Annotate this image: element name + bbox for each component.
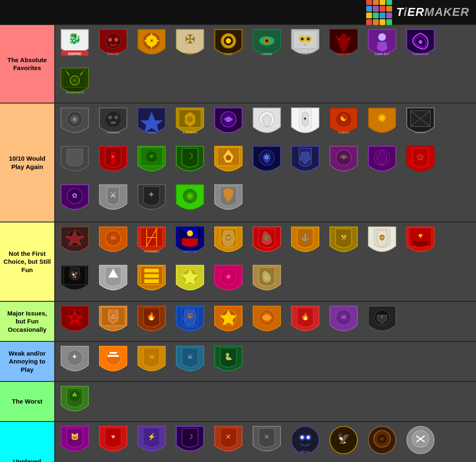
svg-text:🦁: 🦁	[225, 235, 232, 241]
svg-text:✕: ✕	[264, 433, 270, 440]
list-item[interactable]: ♥	[94, 423, 132, 460]
list-item[interactable]	[94, 343, 132, 380]
list-item[interactable]: ⚡	[133, 423, 170, 460]
svg-point-37	[73, 117, 76, 121]
list-item[interactable]: 🦅	[325, 423, 362, 460]
list-item[interactable]: ✦	[133, 181, 170, 219]
list-item[interactable]: DWARF	[402, 104, 439, 142]
list-item[interactable]: 🔥	[133, 303, 170, 340]
svg-text:UNDEAD: UNDEAD	[107, 131, 120, 134]
list-item[interactable]: NORSCA	[171, 223, 209, 261]
list-item[interactable]: 🐻	[171, 303, 209, 340]
list-item[interactable]: ♥	[402, 223, 439, 261]
logo-cell	[366, 13, 372, 18]
list-item[interactable]	[402, 423, 439, 460]
list-item[interactable]	[210, 303, 247, 340]
list-item[interactable]	[210, 262, 247, 299]
list-item[interactable]: ✕	[248, 423, 286, 460]
svg-rect-95	[144, 274, 159, 278]
list-item[interactable]: 🦇	[325, 143, 362, 180]
list-item[interactable]: ✿	[56, 181, 94, 219]
list-item[interactable]	[56, 223, 94, 261]
list-item[interactable]: EASTERN	[171, 104, 209, 142]
list-item[interactable]: 🔥	[286, 303, 324, 340]
list-item[interactable]: 🐍	[248, 262, 286, 299]
list-item[interactable]	[171, 262, 209, 299]
list-item[interactable]	[210, 104, 247, 142]
svg-point-4	[108, 38, 112, 42]
list-item[interactable]: 🐱	[56, 423, 94, 460]
list-item[interactable]: △	[94, 303, 132, 340]
list-item[interactable]: 🐍	[210, 343, 247, 380]
list-item[interactable]	[56, 143, 94, 180]
logo-cell	[386, 13, 392, 18]
svg-point-14	[226, 38, 231, 44]
list-item[interactable]: ✦	[94, 143, 132, 180]
list-item[interactable]: TZEENTCH	[402, 26, 439, 63]
list-item[interactable]: CULT	[210, 26, 247, 63]
list-item[interactable]: ☠	[325, 303, 362, 340]
list-item[interactable]: ☽	[171, 423, 209, 460]
list-item[interactable]	[94, 262, 132, 299]
logo-cell	[380, 19, 385, 25]
list-item[interactable]: 🐉EMPIRE	[56, 26, 94, 63]
list-item[interactable]: 🦁	[363, 223, 401, 261]
svg-text:🔥: 🔥	[301, 312, 310, 321]
list-item[interactable]	[363, 143, 401, 180]
list-item[interactable]	[133, 262, 170, 299]
list-item[interactable]: ✿	[248, 143, 286, 180]
list-item[interactable]: DARK ELF	[363, 26, 401, 63]
logo-cell	[386, 6, 392, 12]
list-item[interactable]: ✦	[363, 303, 401, 340]
list-item[interactable]	[210, 143, 247, 180]
list-item[interactable]: ✦	[56, 343, 94, 380]
svg-text:☽: ☽	[187, 433, 193, 440]
list-item[interactable]: ☠	[171, 343, 209, 380]
svg-point-143	[380, 437, 384, 441]
list-item[interactable]: ✠BRETONNIA	[171, 26, 209, 63]
list-item[interactable]	[286, 143, 324, 180]
list-item[interactable]: ✺	[363, 104, 401, 142]
list-item[interactable]	[248, 303, 286, 340]
list-item[interactable]	[56, 104, 94, 142]
list-item[interactable]: ✕	[133, 26, 170, 63]
svg-text:☠: ☠	[187, 353, 193, 360]
svg-point-135	[301, 436, 304, 439]
tier-row-10of10: 10/10 Would Play Again UNDEAD HIGH EASTE…	[0, 104, 476, 222]
list-item[interactable]: 🐉	[248, 223, 286, 261]
list-item[interactable]: ⚓	[286, 223, 324, 261]
list-item[interactable]: CHAOS	[94, 26, 132, 63]
list-item[interactable]: CROSSES	[133, 223, 170, 261]
list-item[interactable]: ☘	[56, 383, 94, 420]
list-item[interactable]: ⚔	[94, 181, 132, 219]
list-item[interactable]: ✦	[286, 104, 324, 142]
svg-text:🐉: 🐉	[263, 235, 270, 241]
header: TiERMAKER	[0, 0, 476, 25]
list-item[interactable]	[171, 181, 209, 219]
list-item[interactable]: ☣	[133, 143, 170, 180]
list-item[interactable]: 🦅	[56, 262, 94, 299]
list-item[interactable]	[248, 104, 286, 142]
list-item[interactable]: ⚒	[325, 223, 362, 261]
tiermaker-logo: TiERMAKER	[366, 0, 469, 25]
list-item[interactable]: ✕	[210, 423, 247, 460]
list-item[interactable]: ☯CHAOS	[325, 104, 362, 142]
list-item[interactable]: HIGH	[133, 104, 170, 142]
list-item[interactable]: VAMPIRE	[325, 26, 362, 63]
list-item[interactable]: UNDEAD	[94, 104, 132, 142]
list-item[interactable]: ☽	[171, 143, 209, 180]
list-item[interactable]: ⚝	[402, 143, 439, 180]
list-item[interactable]: ☠	[133, 343, 170, 380]
svg-text:EMPIRE: EMPIRE	[68, 52, 81, 56]
list-item[interactable]: LIZARD	[248, 26, 286, 63]
svg-text:CHAOS: CHAOS	[338, 131, 349, 134]
svg-point-75	[188, 194, 192, 198]
list-item[interactable]: 🦁	[210, 223, 247, 261]
list-item[interactable]	[210, 181, 247, 219]
list-item[interactable]: SKULL	[286, 423, 324, 460]
list-item[interactable]	[56, 303, 94, 340]
list-item[interactable]: ⚔GREENSKIN	[56, 64, 94, 102]
list-item[interactable]	[363, 423, 401, 460]
list-item[interactable]: HIGH ELF	[286, 26, 324, 63]
list-item[interactable]: ☠	[94, 223, 132, 261]
